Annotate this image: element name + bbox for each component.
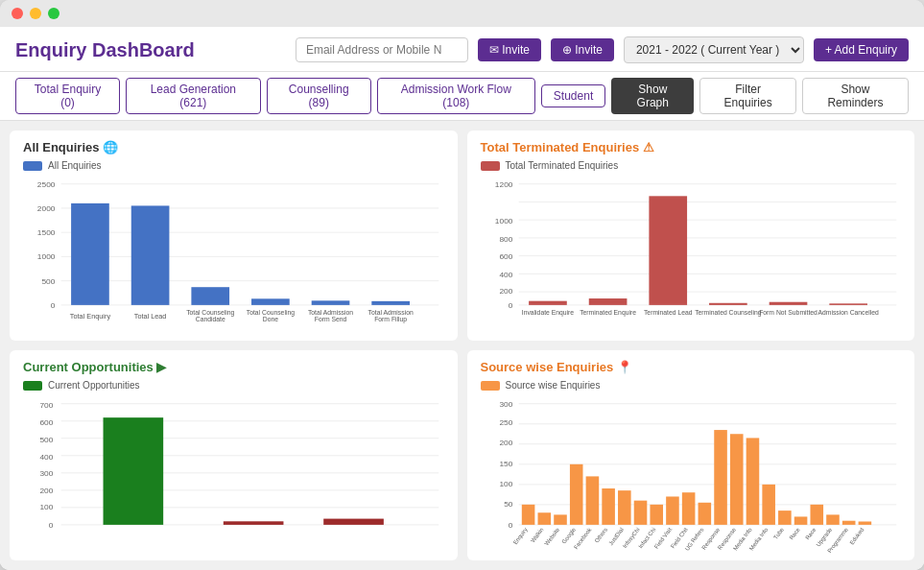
svg-rect-97 (666, 496, 679, 524)
tab-counselling[interactable]: Counselling (89) (267, 78, 371, 114)
terminated-enquiries-title: Total Terminated Enquiries ⚠ (481, 140, 902, 154)
terminated-enquiries-card: Total Terminated Enquiries ⚠ Total Termi… (467, 131, 915, 341)
source-wise-chart: 0 50 100 150 200 250 300 (481, 394, 902, 553)
svg-rect-103 (762, 485, 775, 525)
tabs-row: Total Enquiry (0) Lead Generation (621) … (0, 72, 924, 121)
svg-text:Race: Race (788, 526, 801, 540)
svg-rect-88 (521, 505, 534, 525)
svg-text:Tube: Tube (772, 526, 786, 539)
source-wise-legend-box (481, 381, 500, 391)
email-invite-button[interactable]: ✉ Invite (478, 38, 541, 61)
svg-text:200: 200 (499, 287, 512, 296)
svg-rect-71 (104, 417, 164, 525)
all-enquiries-title: All Enquiries 🌐 (23, 140, 444, 154)
svg-text:300: 300 (39, 470, 53, 479)
source-wise-title: Source wise Enquiries 📍 (481, 360, 902, 374)
current-opportunities-title: Current Opportunities ▶ (23, 360, 444, 374)
svg-rect-14 (191, 287, 229, 305)
svg-text:500: 500 (41, 277, 55, 286)
source-wise-card: Source wise Enquiries 📍 Source wise Enqu… (467, 350, 915, 560)
svg-text:Admission Cancelled: Admission Cancelled (817, 309, 879, 316)
svg-text:Total Enquiry: Total Enquiry (70, 314, 111, 321)
svg-text:Done: Done (263, 317, 279, 323)
svg-text:Total Lead: Total Lead (134, 314, 167, 321)
whatsapp-invite-button[interactable]: ⊕ Invite (551, 38, 614, 61)
tab-student[interactable]: Student (541, 84, 605, 107)
svg-rect-73 (323, 519, 384, 525)
svg-rect-15 (251, 298, 290, 305)
filter-enquiries-button[interactable]: Filter Enquiries (699, 78, 796, 114)
app-title: Enquiry DashBoard (15, 39, 286, 61)
terminated-legend: Total Terminated Enquiries (481, 160, 902, 171)
svg-text:2500: 2500 (37, 180, 56, 189)
svg-rect-92 (585, 476, 599, 524)
svg-rect-109 (858, 521, 871, 524)
svg-text:2000: 2000 (37, 204, 56, 213)
svg-rect-48 (829, 303, 867, 305)
current-opportunities-card: Current Opportunities ▶ Current Opportun… (10, 350, 458, 560)
svg-rect-105 (794, 516, 807, 524)
svg-text:Walkin: Walkin (529, 527, 544, 543)
svg-text:600: 600 (499, 253, 512, 262)
show-graph-button[interactable]: Show Graph (611, 78, 694, 114)
svg-rect-44 (588, 298, 627, 305)
svg-rect-98 (681, 492, 695, 525)
svg-text:200: 200 (39, 487, 53, 495)
tab-actions: Show Graph Filter Enquiries Show Reminde… (611, 78, 909, 114)
app-body: Enquiry DashBoard ✉ Invite ⊕ Invite 2021… (0, 27, 924, 570)
svg-rect-102 (746, 438, 759, 524)
close-button[interactable] (12, 8, 23, 19)
svg-text:Race: Race (804, 526, 817, 540)
svg-text:Candidate: Candidate (196, 317, 225, 323)
svg-rect-99 (698, 503, 711, 525)
svg-text:Google: Google (560, 526, 577, 544)
all-enquiries-legend-box (23, 161, 42, 171)
svg-text:Total Counseling: Total Counseling (247, 309, 296, 317)
svg-text:Total Admission: Total Admission (308, 309, 353, 316)
svg-text:Form Send: Form Send (315, 317, 347, 323)
all-enquiries-chart: 0 500 1000 1500 2000 2500 (23, 175, 444, 333)
maximize-button[interactable] (48, 8, 59, 19)
svg-text:0: 0 (508, 301, 512, 310)
add-enquiry-button[interactable]: + Add Enquiry (814, 38, 909, 61)
current-opportunities-legend: Current Opportunities (23, 380, 444, 391)
svg-rect-16 (312, 300, 350, 305)
svg-rect-72 (224, 521, 284, 525)
year-select[interactable]: 2021 - 2022 ( Current Year ) (624, 36, 804, 63)
source-wise-legend: Source wise Enquiries (481, 380, 902, 391)
svg-text:Total Counseling: Total Counseling (186, 309, 235, 317)
terminated-legend-box (481, 161, 500, 171)
svg-rect-101 (729, 434, 743, 525)
svg-text:Website: Website (543, 526, 560, 546)
svg-text:150: 150 (499, 460, 512, 468)
svg-rect-17 (371, 301, 410, 305)
svg-text:1200: 1200 (494, 180, 512, 189)
svg-text:1000: 1000 (37, 253, 56, 262)
svg-text:700: 700 (39, 401, 53, 410)
search-input[interactable] (296, 37, 468, 62)
tab-lead-generation[interactable]: Lead Generation (621) (126, 78, 261, 114)
svg-rect-94 (618, 490, 631, 525)
svg-text:600: 600 (39, 418, 53, 427)
svg-rect-100 (714, 430, 727, 525)
svg-text:400: 400 (39, 453, 53, 462)
minimize-button[interactable] (30, 8, 41, 19)
tab-total-enquiry[interactable]: Total Enquiry (0) (15, 78, 120, 114)
svg-rect-106 (810, 505, 823, 525)
svg-text:Terminated Lead: Terminated Lead (643, 309, 692, 316)
svg-text:Total Admission: Total Admission (368, 309, 414, 316)
svg-text:Invalidate Enquire: Invalidate Enquire (521, 309, 574, 317)
svg-rect-47 (769, 302, 807, 305)
svg-text:0: 0 (49, 521, 54, 530)
tab-admission-workflow[interactable]: Admission Work Flow (108) (377, 78, 535, 114)
svg-text:800: 800 (499, 235, 512, 244)
svg-rect-93 (602, 488, 615, 525)
svg-text:250: 250 (499, 418, 512, 427)
header: Enquiry DashBoard ✉ Invite ⊕ Invite 2021… (0, 27, 924, 72)
svg-rect-91 (569, 464, 582, 525)
svg-text:500: 500 (39, 437, 53, 445)
svg-text:200: 200 (499, 439, 512, 448)
svg-text:Others: Others (593, 527, 608, 544)
show-reminders-button[interactable]: Show Reminders (802, 78, 909, 114)
all-enquiries-legend: All Enquiries (23, 160, 444, 171)
